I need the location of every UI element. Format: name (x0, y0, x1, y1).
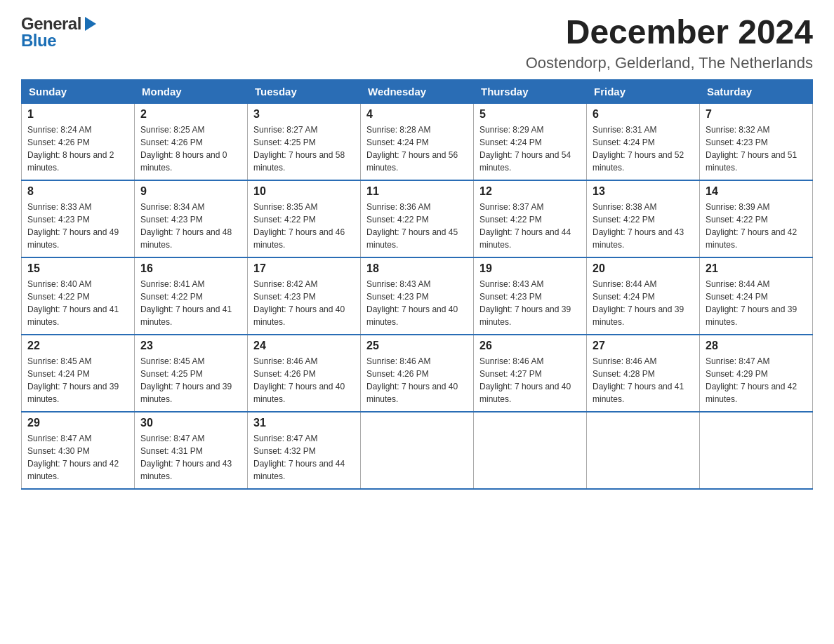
day-info: Sunrise: 8:36 AMSunset: 4:22 PMDaylight:… (366, 202, 458, 250)
day-number: 27 (593, 340, 694, 352)
day-number: 12 (479, 185, 581, 198)
day-info: Sunrise: 8:45 AMSunset: 4:24 PMDaylight:… (27, 356, 119, 404)
day-number: 13 (593, 185, 694, 198)
day-number: 20 (593, 262, 694, 275)
calendar-cell: 22 Sunrise: 8:45 AMSunset: 4:24 PMDaylig… (22, 335, 135, 412)
day-info: Sunrise: 8:33 AMSunset: 4:23 PMDaylight:… (27, 202, 119, 250)
day-header-wednesday: Wednesday (361, 79, 474, 103)
calendar-cell: 13 Sunrise: 8:38 AMSunset: 4:22 PMDaylig… (587, 180, 700, 257)
calendar-cell: 4 Sunrise: 8:28 AMSunset: 4:24 PMDayligh… (361, 103, 474, 180)
calendar-cell: 10 Sunrise: 8:35 AMSunset: 4:22 PMDaylig… (248, 180, 361, 257)
day-number: 3 (253, 108, 355, 121)
calendar-cell: 28 Sunrise: 8:47 AMSunset: 4:29 PMDaylig… (700, 335, 813, 412)
day-info: Sunrise: 8:39 AMSunset: 4:22 PMDaylight:… (706, 202, 797, 250)
day-number: 17 (253, 262, 355, 275)
day-info: Sunrise: 8:46 AMSunset: 4:26 PMDaylight:… (366, 356, 458, 404)
calendar-cell: 8 Sunrise: 8:33 AMSunset: 4:23 PMDayligh… (22, 180, 135, 257)
page-header: General Blue December 2024 Oostendorp, G… (21, 14, 813, 72)
day-info: Sunrise: 8:38 AMSunset: 4:22 PMDaylight:… (593, 202, 684, 250)
day-number: 8 (27, 185, 128, 198)
calendar-cell: 27 Sunrise: 8:46 AMSunset: 4:28 PMDaylig… (587, 335, 700, 412)
calendar-week-3: 15 Sunrise: 8:40 AMSunset: 4:22 PMDaylig… (22, 257, 813, 335)
title-block: December 2024 Oostendorp, Gelderland, Th… (526, 14, 813, 72)
calendar-cell: 20 Sunrise: 8:44 AMSunset: 4:24 PMDaylig… (587, 257, 700, 335)
day-info: Sunrise: 8:42 AMSunset: 4:23 PMDaylight:… (253, 279, 345, 327)
calendar-cell: 26 Sunrise: 8:46 AMSunset: 4:27 PMDaylig… (474, 335, 587, 412)
day-number: 2 (140, 108, 241, 121)
calendar-cell: 24 Sunrise: 8:46 AMSunset: 4:26 PMDaylig… (248, 335, 361, 412)
day-info: Sunrise: 8:45 AMSunset: 4:25 PMDaylight:… (140, 356, 232, 404)
calendar-week-1: 1 Sunrise: 8:24 AMSunset: 4:26 PMDayligh… (22, 103, 813, 180)
day-number: 31 (253, 417, 355, 429)
calendar-cell: 18 Sunrise: 8:43 AMSunset: 4:23 PMDaylig… (361, 257, 474, 335)
calendar-cell: 2 Sunrise: 8:25 AMSunset: 4:26 PMDayligh… (135, 103, 248, 180)
calendar-week-5: 29 Sunrise: 8:47 AMSunset: 4:30 PMDaylig… (22, 412, 813, 489)
calendar-cell (361, 412, 474, 489)
day-header-tuesday: Tuesday (248, 79, 361, 103)
day-info: Sunrise: 8:43 AMSunset: 4:23 PMDaylight:… (479, 279, 571, 327)
calendar-week-2: 8 Sunrise: 8:33 AMSunset: 4:23 PMDayligh… (22, 180, 813, 257)
day-info: Sunrise: 8:47 AMSunset: 4:32 PMDaylight:… (253, 434, 345, 481)
day-info: Sunrise: 8:44 AMSunset: 4:24 PMDaylight:… (706, 279, 797, 327)
day-info: Sunrise: 8:34 AMSunset: 4:23 PMDaylight:… (140, 202, 232, 250)
day-number: 10 (253, 185, 355, 198)
day-number: 11 (366, 185, 468, 198)
calendar-cell: 19 Sunrise: 8:43 AMSunset: 4:23 PMDaylig… (474, 257, 587, 335)
day-number: 30 (140, 417, 241, 429)
day-info: Sunrise: 8:41 AMSunset: 4:22 PMDaylight:… (140, 279, 232, 327)
calendar-cell: 5 Sunrise: 8:29 AMSunset: 4:24 PMDayligh… (474, 103, 587, 180)
day-header-saturday: Saturday (700, 79, 813, 103)
day-info: Sunrise: 8:47 AMSunset: 4:31 PMDaylight:… (140, 434, 232, 481)
day-number: 1 (27, 108, 128, 121)
day-number: 15 (27, 262, 128, 275)
calendar-cell (587, 412, 700, 489)
calendar-cell: 16 Sunrise: 8:41 AMSunset: 4:22 PMDaylig… (135, 257, 248, 335)
calendar-cell: 21 Sunrise: 8:44 AMSunset: 4:24 PMDaylig… (700, 257, 813, 335)
day-info: Sunrise: 8:47 AMSunset: 4:29 PMDaylight:… (706, 356, 797, 404)
day-number: 19 (479, 262, 581, 275)
calendar-cell: 9 Sunrise: 8:34 AMSunset: 4:23 PMDayligh… (135, 180, 248, 257)
day-number: 26 (479, 340, 581, 352)
day-number: 4 (366, 108, 468, 121)
day-info: Sunrise: 8:25 AMSunset: 4:26 PMDaylight:… (140, 125, 227, 173)
calendar-cell: 3 Sunrise: 8:27 AMSunset: 4:25 PMDayligh… (248, 103, 361, 180)
day-header-sunday: Sunday (22, 79, 135, 103)
day-number: 21 (706, 262, 807, 275)
day-info: Sunrise: 8:37 AMSunset: 4:22 PMDaylight:… (479, 202, 571, 250)
day-info: Sunrise: 8:29 AMSunset: 4:24 PMDaylight:… (479, 125, 571, 173)
calendar-cell: 11 Sunrise: 8:36 AMSunset: 4:22 PMDaylig… (361, 180, 474, 257)
day-number: 6 (593, 108, 694, 121)
day-header-friday: Friday (587, 79, 700, 103)
day-number: 18 (366, 262, 468, 275)
calendar-cell: 30 Sunrise: 8:47 AMSunset: 4:31 PMDaylig… (135, 412, 248, 489)
day-number: 23 (140, 340, 241, 352)
calendar-cell: 14 Sunrise: 8:39 AMSunset: 4:22 PMDaylig… (700, 180, 813, 257)
day-info: Sunrise: 8:47 AMSunset: 4:30 PMDaylight:… (27, 434, 119, 481)
day-info: Sunrise: 8:28 AMSunset: 4:24 PMDaylight:… (366, 125, 458, 173)
day-info: Sunrise: 8:46 AMSunset: 4:26 PMDaylight:… (253, 356, 345, 404)
calendar-cell: 12 Sunrise: 8:37 AMSunset: 4:22 PMDaylig… (474, 180, 587, 257)
calendar-cell: 15 Sunrise: 8:40 AMSunset: 4:22 PMDaylig… (22, 257, 135, 335)
day-number: 14 (706, 185, 807, 198)
day-info: Sunrise: 8:24 AMSunset: 4:26 PMDaylight:… (27, 125, 114, 173)
days-of-week-row: SundayMondayTuesdayWednesdayThursdayFrid… (22, 79, 813, 103)
day-number: 22 (27, 340, 128, 352)
day-info: Sunrise: 8:40 AMSunset: 4:22 PMDaylight:… (27, 279, 119, 327)
day-number: 25 (366, 340, 468, 352)
calendar-cell: 17 Sunrise: 8:42 AMSunset: 4:23 PMDaylig… (248, 257, 361, 335)
calendar-cell: 1 Sunrise: 8:24 AMSunset: 4:26 PMDayligh… (22, 103, 135, 180)
day-number: 5 (479, 108, 581, 121)
logo-blue-text: Blue (21, 31, 56, 51)
day-number: 7 (706, 108, 807, 121)
calendar-cell: 29 Sunrise: 8:47 AMSunset: 4:30 PMDaylig… (22, 412, 135, 489)
calendar-body: 1 Sunrise: 8:24 AMSunset: 4:26 PMDayligh… (22, 103, 813, 489)
calendar-cell: 7 Sunrise: 8:32 AMSunset: 4:23 PMDayligh… (700, 103, 813, 180)
calendar-week-4: 22 Sunrise: 8:45 AMSunset: 4:24 PMDaylig… (22, 335, 813, 412)
calendar-cell (700, 412, 813, 489)
calendar-table: SundayMondayTuesdayWednesdayThursdayFrid… (21, 79, 813, 490)
day-info: Sunrise: 8:32 AMSunset: 4:23 PMDaylight:… (706, 125, 797, 173)
calendar-cell: 6 Sunrise: 8:31 AMSunset: 4:24 PMDayligh… (587, 103, 700, 180)
logo-triangle-icon (84, 17, 98, 31)
page-subtitle: Oostendorp, Gelderland, The Netherlands (526, 54, 813, 72)
calendar-cell: 23 Sunrise: 8:45 AMSunset: 4:25 PMDaylig… (135, 335, 248, 412)
